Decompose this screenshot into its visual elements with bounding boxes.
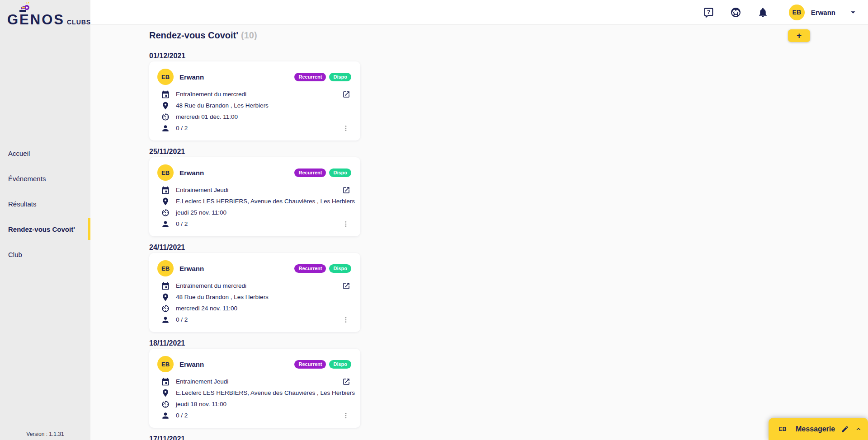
card-body: Entraînement du mercredi 48 Rue du Brand… <box>149 280 360 325</box>
location-pin-icon <box>161 101 170 110</box>
person-icon <box>161 411 170 420</box>
date-heading: 17/11/2021 <box>149 434 360 440</box>
badge-recurrent: Recurrent <box>294 73 326 81</box>
organizer-name: Erwann <box>179 265 204 272</box>
sidebar-item-rendez-vous-covoit[interactable]: Rendez-vous Covoit' <box>0 216 90 242</box>
add-rdv-button[interactable]: + <box>788 29 810 42</box>
badge-dispo: Dispo <box>329 360 351 369</box>
compose-message-button[interactable] <box>841 425 849 433</box>
capacity-row: 0 / 2 <box>149 410 360 421</box>
more-vert-icon <box>342 123 349 134</box>
brand-logo: GENOSCLUBS <box>7 6 85 30</box>
time-row: mercredi 01 déc. 11:00 <box>149 111 360 122</box>
location-text: 48 Rue du Brandon , Les Herbiers <box>176 102 269 109</box>
timer-icon <box>161 304 170 313</box>
date-group-cards: EB Erwann RecurrentDispo Entrainement Je… <box>149 157 360 236</box>
time-text: jeudi 25 nov. 11:00 <box>176 209 226 216</box>
avatar: EB <box>157 69 174 85</box>
open-in-new-icon[interactable] <box>342 378 350 386</box>
bell-icon <box>757 7 769 18</box>
rdv-card[interactable]: EB Erwann RecurrentDispo Entrainement Je… <box>149 157 360 236</box>
sports-button[interactable] <box>730 6 742 18</box>
card-body: Entrainement Jeudi E.Leclerc LES HERBIER… <box>149 184 360 229</box>
user-menu-button[interactable] <box>848 7 858 17</box>
card-menu-button[interactable] <box>342 123 349 134</box>
open-in-new-icon[interactable] <box>342 282 350 290</box>
rdv-card[interactable]: EB Erwann RecurrentDispo Entraînement du… <box>149 253 360 332</box>
location-row: 48 Rue du Brandon , Les Herbiers <box>149 291 360 303</box>
organizer-name: Erwann <box>179 360 204 368</box>
sidebar-item-label: Événements <box>8 175 46 183</box>
card-body: Entrainement Jeudi E.Leclerc LES HERBIER… <box>149 376 360 421</box>
location-row: E.Leclerc LES HERBIERS, Avenue des Chauv… <box>149 387 360 398</box>
date-group: 17/11/2021 <box>149 434 360 440</box>
sidebar-item-accueil[interactable]: Accueil <box>0 140 90 166</box>
capacity-text: 0 / 2 <box>176 220 188 227</box>
card-menu-button[interactable] <box>342 314 349 325</box>
sidebar-item-label: Accueil <box>8 150 30 157</box>
date-group-cards: EB Erwann RecurrentDispo Entraînement du… <box>149 61 360 140</box>
badge-dispo: Dispo <box>329 169 351 177</box>
date-group: 18/11/2021 EB Erwann RecurrentDispo Entr… <box>149 338 360 428</box>
location-text: 48 Rue du Brandon , Les Herbiers <box>176 294 269 300</box>
date-heading: 24/11/2021 <box>149 243 360 253</box>
more-vert-icon <box>342 219 349 229</box>
notifications-button[interactable] <box>757 6 769 18</box>
user-avatar[interactable]: EB <box>789 5 805 20</box>
avatar: EB <box>157 356 174 372</box>
calendar-icon <box>161 281 170 290</box>
calendar-icon <box>161 377 170 386</box>
capacity-text: 0 / 2 <box>176 412 188 419</box>
card-body: Entraînement du mercredi 48 Rue du Brand… <box>149 89 360 134</box>
person-icon <box>161 220 170 229</box>
time-row: jeudi 18 nov. 11:00 <box>149 398 360 410</box>
badge-recurrent: Recurrent <box>294 264 326 273</box>
pencil-icon <box>841 425 849 433</box>
time-text: mercredi 01 déc. 11:00 <box>176 113 238 120</box>
organizer-name: Erwann <box>179 73 204 81</box>
brand-main: GENOS <box>7 12 65 28</box>
date-group: 25/11/2021 EB Erwann RecurrentDispo Entr… <box>149 147 360 236</box>
calendar-icon <box>161 90 170 99</box>
card-header: EB Erwann RecurrentDispo <box>149 157 360 181</box>
capacity-row: 0 / 2 <box>149 314 360 325</box>
card-menu-button[interactable] <box>342 219 349 229</box>
avatar: EB <box>157 164 174 181</box>
card-menu-button[interactable] <box>342 410 349 421</box>
user-name[interactable]: Erwann <box>811 9 835 16</box>
capacity-row: 0 / 2 <box>149 122 360 134</box>
messenger-expand-button[interactable] <box>854 425 863 433</box>
sidebar-nav: Accueil Événements Résultats Rendez-vous… <box>0 140 90 267</box>
badge-dispo: Dispo <box>329 264 351 273</box>
location-row: E.Leclerc LES HERBIERS, Avenue des Chauv… <box>149 196 360 207</box>
event-row: Entraînement du mercredi <box>149 89 360 100</box>
sidebar-item-resultats[interactable]: Résultats <box>0 191 90 216</box>
sidebar-item-label: Résultats <box>8 200 37 208</box>
badges: RecurrentDispo <box>294 360 351 369</box>
card-header: EB Erwann RecurrentDispo <box>149 253 360 276</box>
page-title: Rendez-vous Covoit'(10) <box>149 30 868 42</box>
sidebar: GENOSCLUBS Accueil Événements Résultats … <box>0 0 90 440</box>
sidebar-item-evenements[interactable]: Événements <box>0 166 90 191</box>
open-in-new-icon[interactable] <box>342 90 350 98</box>
rdv-card[interactable]: EB Erwann RecurrentDispo Entrainement Je… <box>149 349 360 428</box>
messenger-avatar-initials: EB <box>779 426 787 432</box>
messenger-bar[interactable]: EB Messagerie <box>769 418 868 440</box>
sidebar-item-club[interactable]: Club <box>0 242 90 267</box>
badges: RecurrentDispo <box>294 169 351 177</box>
app-window: GENOSCLUBS Accueil Événements Résultats … <box>0 0 868 440</box>
help-button[interactable]: ? <box>703 6 715 18</box>
svg-text:?: ? <box>707 9 711 15</box>
date-heading: 18/11/2021 <box>149 338 360 348</box>
open-in-new-icon[interactable] <box>342 186 350 194</box>
avatar-initials: EB <box>161 361 170 368</box>
event-title: Entraînement du mercredi <box>176 91 246 98</box>
top-bar: ? EB Erwann <box>90 0 868 25</box>
badge-recurrent: Recurrent <box>294 169 326 177</box>
event-title: Entrainement Jeudi <box>176 187 228 193</box>
user-avatar-initials: EB <box>793 9 801 16</box>
help-icon: ? <box>703 7 714 18</box>
page-title-text: Rendez-vous Covoit' <box>149 30 238 40</box>
rdv-card[interactable]: EB Erwann RecurrentDispo Entraînement du… <box>149 61 360 140</box>
date-group: 01/12/2021 EB Erwann RecurrentDispo Entr… <box>149 51 360 140</box>
